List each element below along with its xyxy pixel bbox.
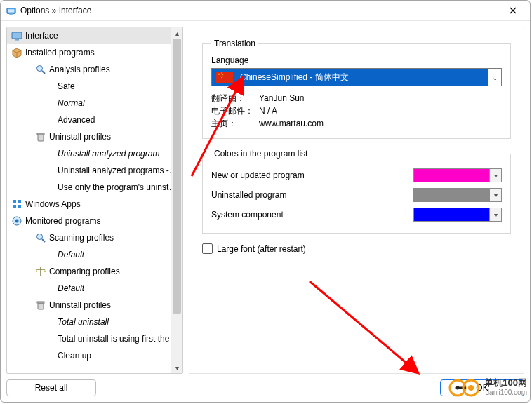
tree-label: Monitored programs xyxy=(25,216,100,226)
color-swatch-new xyxy=(414,169,489,182)
tree-label: Safe xyxy=(58,81,75,91)
tree-node-scan-default[interactable]: Default xyxy=(7,246,182,263)
tree-node-installed-programs[interactable]: Installed programs xyxy=(7,44,182,61)
color-row-new: New or updated program ▾ xyxy=(211,166,502,185)
tree-node-comp-default[interactable]: Default xyxy=(7,280,182,297)
window-title: Options » Interface xyxy=(20,6,91,15)
svg-point-25 xyxy=(222,76,224,77)
watermark-icon xyxy=(448,378,480,398)
translation-credits: 翻译由： YanJun Sun 电子邮件： N / A 主页： www.mart… xyxy=(211,92,502,130)
credit-email-label: 电子邮件： xyxy=(211,105,259,117)
scroll-up-icon[interactable]: ▴ xyxy=(171,27,182,39)
options-window: Options » Interface Interface xyxy=(0,0,531,403)
color-picker-system[interactable]: ▾ xyxy=(413,208,502,222)
tree-node-safe[interactable]: Safe xyxy=(7,78,182,95)
tree-scrollbar[interactable]: ▴ ▾ xyxy=(171,27,182,373)
color-label-system: System component xyxy=(211,210,413,220)
credit-by-label: 翻译由： xyxy=(211,92,259,105)
color-picker-uninstalled[interactable]: ▾ xyxy=(413,188,502,202)
tree-label: Uninstall analyzed program xyxy=(58,149,159,159)
box-icon xyxy=(11,47,22,58)
tree-label: Total uninstall xyxy=(58,317,109,327)
balance-icon xyxy=(35,266,46,277)
scroll-thumb[interactable] xyxy=(173,39,181,314)
settings-panel: Translation Language xyxy=(189,27,524,396)
trash-icon xyxy=(35,299,46,311)
chevron-down-icon: ▾ xyxy=(489,169,501,182)
tree-label: Uninstall profiles xyxy=(49,300,111,310)
chevron-down-icon: ▾ xyxy=(489,189,501,201)
sidebar: Interface Installed programs Analysis pr… xyxy=(6,27,183,396)
tree-node-monitored-programs[interactable]: Monitored programs xyxy=(7,213,182,229)
tree-node-advanced[interactable]: Advanced xyxy=(7,112,182,128)
monitor-icon xyxy=(11,30,22,41)
trash-icon xyxy=(35,131,46,142)
svg-rect-11 xyxy=(13,205,16,208)
nav-tree: Interface Installed programs Analysis pr… xyxy=(6,27,183,374)
svg-line-6 xyxy=(42,71,45,74)
chevron-down-icon: ▾ xyxy=(489,208,501,221)
colors-group: Colors in the program list New or update… xyxy=(202,149,511,234)
tree-node-clean-up[interactable]: Clean up xyxy=(7,347,182,364)
svg-rect-1 xyxy=(8,9,15,12)
tree-node-comparing-profiles[interactable]: Comparing profiles xyxy=(7,263,182,280)
translation-legend: Translation xyxy=(211,39,258,48)
scroll-track[interactable] xyxy=(171,39,182,362)
large-font-checkbox[interactable]: Large font (after restart) xyxy=(202,243,511,254)
tree-label: Comparing profiles xyxy=(49,267,120,276)
tree-node-useonly[interactable]: Use only the program's uninsta... xyxy=(7,179,182,196)
tree-label: Uninstall profiles xyxy=(49,132,111,142)
language-label: Language xyxy=(211,55,502,65)
tree-label: Default xyxy=(58,250,84,260)
svg-point-15 xyxy=(37,234,43,240)
svg-rect-8 xyxy=(37,133,44,135)
svg-rect-20 xyxy=(37,302,44,303)
credit-home-label: 主页： xyxy=(211,117,259,130)
tree-node-windows-apps[interactable]: Windows Apps xyxy=(7,196,182,213)
close-button[interactable] xyxy=(499,2,527,19)
watermark-logo: 单机100网 danji100.com xyxy=(448,378,527,398)
watermark-line1: 单机100网 xyxy=(484,378,527,388)
svg-point-5 xyxy=(37,66,43,72)
tree-node-uninstall-profiles[interactable]: Uninstall profiles xyxy=(7,128,182,145)
tree-node-total-uninstall-first[interactable]: Total uninstall is using first the ... xyxy=(7,330,182,347)
color-row-system: System component ▾ xyxy=(211,205,502,224)
windows-icon xyxy=(11,198,22,210)
large-font-label: Large font (after restart) xyxy=(217,244,306,254)
tree-label: Normal xyxy=(58,98,85,108)
scroll-down-icon[interactable]: ▾ xyxy=(171,362,182,373)
credit-by-value: YanJun Sun xyxy=(259,92,305,105)
monitor2-icon xyxy=(11,215,22,227)
svg-rect-19 xyxy=(38,303,44,309)
tree-label: Interface xyxy=(25,31,58,41)
svg-point-23 xyxy=(221,72,222,74)
tree-node-uaps[interactable]: Uninstall analyzed programs - ... xyxy=(7,162,182,179)
tree-node-normal[interactable]: Normal xyxy=(7,95,182,112)
svg-line-16 xyxy=(42,239,45,242)
tree-node-total-uninstall[interactable]: Total uninstall xyxy=(7,314,182,330)
chevron-down-icon: ⌄ xyxy=(488,69,501,86)
color-swatch-system xyxy=(414,208,489,221)
tree-label: Analysis profiles xyxy=(49,65,110,74)
svg-rect-10 xyxy=(18,200,21,203)
svg-point-33 xyxy=(468,385,474,391)
color-label-new: New or updated program xyxy=(211,170,413,180)
tree-node-analysis-profiles[interactable]: Analysis profiles xyxy=(7,61,182,78)
reset-all-button[interactable]: Reset all xyxy=(6,379,96,396)
tree-node-uap[interactable]: Uninstall analyzed program xyxy=(7,145,182,162)
svg-rect-2 xyxy=(9,13,13,15)
tree-node-scanning-profiles[interactable]: Scanning profiles xyxy=(7,229,182,246)
tree-label: Clean up xyxy=(58,351,91,361)
tree-label: Total uninstall is using first the ... xyxy=(58,334,178,344)
svg-rect-9 xyxy=(13,200,16,203)
svg-rect-4 xyxy=(15,39,19,41)
svg-rect-12 xyxy=(18,205,21,208)
svg-rect-3 xyxy=(12,32,22,39)
language-dropdown[interactable]: ChineseSimplified - 简体中文 ⌄ xyxy=(211,68,502,86)
tree-node-interface[interactable]: Interface xyxy=(7,27,182,44)
flag-china-icon xyxy=(216,72,233,83)
color-picker-new[interactable]: ▾ xyxy=(413,168,502,182)
titlebar: Options » Interface xyxy=(1,1,530,21)
tree-node-mon-uninstall-profiles[interactable]: Uninstall profiles xyxy=(7,297,182,314)
credit-email-value: N / A xyxy=(259,105,277,117)
